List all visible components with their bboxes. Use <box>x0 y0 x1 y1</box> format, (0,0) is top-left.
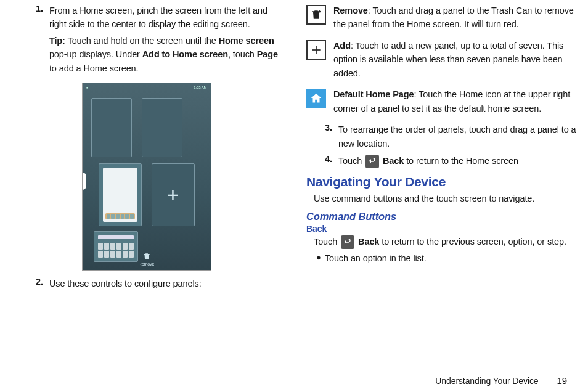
step-number: 2. <box>11 277 43 290</box>
step4-pre: Touch <box>338 156 364 166</box>
figure-add-panel: + <box>152 163 195 226</box>
figure-panel-3-dock <box>105 213 135 219</box>
add-label: Add <box>333 41 351 51</box>
remove-desc: Remove: Touch and drag a panel to the Tr… <box>333 4 577 31</box>
iconrow-home: Default Home Page: Touch the Home icon a… <box>306 88 577 115</box>
heading-navigating: Navigating Your Device <box>306 174 577 189</box>
tip-bold-page: Page <box>257 49 278 59</box>
remove-text: : Touch and drag a panel to the Trash Ca… <box>333 6 574 29</box>
back-post: to return to the previous screen, option… <box>379 237 566 247</box>
figure-panel-2 <box>142 98 182 157</box>
figure-remove-area: Remove <box>83 252 211 266</box>
bullet-dot-icon: ● <box>316 251 321 265</box>
step4-post: to return to the Home screen <box>404 156 518 166</box>
add-desc: Add: Touch to add a new panel, up to a t… <box>333 39 577 80</box>
right-column: Remove: Touch and drag a panel to the Tr… <box>306 0 577 295</box>
step4-body: Touch Back to return to the Home screen <box>338 154 577 168</box>
figure-remove-label: Remove <box>139 262 154 266</box>
figure-panel-3-selected <box>99 163 142 226</box>
footer-section: Understanding Your Device <box>435 376 538 386</box>
figure-plus-icon: + <box>167 183 179 207</box>
step3-text: To rearrange the order of panels, touch … <box>338 123 577 150</box>
figure-status-bar: ● 1:23 AM <box>86 86 207 92</box>
tip-mid2: , touch <box>228 49 257 59</box>
figure-status-right: 1:23 AM <box>194 86 206 92</box>
step-1: 1. From a Home screen, pinch the screen … <box>11 4 282 75</box>
home-label: Default Home Page <box>333 89 414 99</box>
step4-back-label: Back <box>383 156 404 166</box>
step1-text: From a Home screen, pinch the screen fro… <box>49 6 267 29</box>
tip-label: Tip: <box>49 36 65 46</box>
bullet-touch-option: ● Touch an option in the list. <box>306 251 577 265</box>
iconrow-add: Add: Touch to add a new panel, up to a t… <box>306 39 577 80</box>
step-4: 4. Touch Back to return to the Home scre… <box>306 154 577 168</box>
step2-text: Use these controls to configure panels: <box>49 277 282 290</box>
step-number: 1. <box>11 4 43 75</box>
back-icon <box>365 155 379 168</box>
remove-label: Remove <box>333 6 368 15</box>
home-icon <box>306 89 326 108</box>
back-description: Touch Back to return to the previous scr… <box>306 235 577 249</box>
figure-status-left: ● <box>86 86 89 92</box>
step-body: From a Home screen, pinch the screen fro… <box>49 4 282 75</box>
iconrow-remove: Remove: Touch and drag a panel to the Tr… <box>306 4 577 31</box>
back-pre: Touch <box>314 237 340 247</box>
figure-side-tab <box>83 173 86 190</box>
add-icon <box>306 40 326 60</box>
tip-bold-add-to-home: Add to Home screen <box>142 49 228 59</box>
tip-end: to add a Home screen. <box>49 63 139 73</box>
nav-intro: Use command buttons and the touch screen… <box>306 192 577 205</box>
remove-icon <box>306 5 326 25</box>
step1-tip: Tip: Touch and hold on the screen until … <box>49 34 282 75</box>
back-bold: Back <box>358 237 379 247</box>
tip-mid: pop-up displays. Under <box>49 49 142 59</box>
back-icon <box>341 235 354 249</box>
add-text: : Touch to add a new panel, up to a tota… <box>333 41 563 78</box>
editing-screen-figure: ● 1:23 AM + Remove <box>82 83 211 271</box>
step-number: 4. <box>306 154 332 168</box>
footer-page-number: 19 <box>557 375 568 386</box>
mini-heading-back: Back <box>306 224 577 234</box>
page-footer: Understanding Your Device 19 <box>435 375 567 386</box>
subheading-command-buttons: Command Buttons <box>306 211 577 223</box>
home-desc: Default Home Page: Touch the Home icon a… <box>333 88 577 115</box>
left-column: 1. From a Home screen, pinch the screen … <box>11 0 282 295</box>
tip-bold-home-screen: Home screen <box>219 36 274 46</box>
step-number: 3. <box>306 123 332 150</box>
tip-pre: Touch and hold on the screen until the <box>65 36 219 46</box>
trash-icon <box>83 252 211 262</box>
step-2: 2. Use these controls to configure panel… <box>11 277 282 290</box>
figure-panel-4-widget <box>98 235 134 239</box>
figure-panel-1 <box>91 98 132 157</box>
step-3: 3. To rearrange the order of panels, tou… <box>306 123 577 150</box>
bullet-text: Touch an option in the list. <box>325 251 427 265</box>
